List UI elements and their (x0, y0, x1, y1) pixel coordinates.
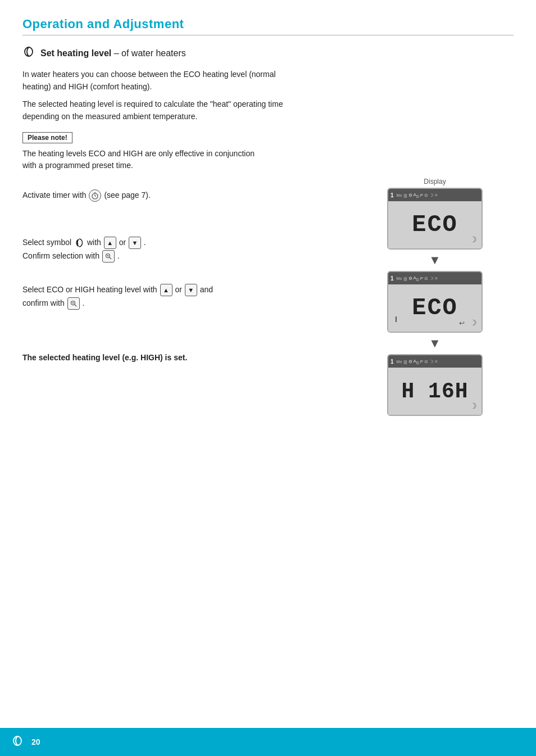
display-main-2: ECO I ↩ ☽ (388, 284, 482, 332)
bar-icon-3: ||| (403, 276, 407, 281)
up-arrow-button-2[interactable]: ▲ (160, 284, 172, 296)
bar-icon-2: ⚙ (408, 193, 412, 198)
crescent-top-icon-3: ☽ (429, 359, 433, 364)
display-top-bar-3: 1 Mo ||| ⚙ AD P ⊙ ☽ ✕ (388, 355, 482, 368)
display-back-arrow: ↩ (459, 319, 465, 327)
steps-column: Activate timer with (see page 7). Sel (22, 189, 326, 373)
display-panel-1: 1 Mo ||| ⚙ AD P ⊙ ☽ ✕ ECO ☽ (387, 188, 483, 250)
step-3: Select ECO or HIGH heating level with ▲ … (22, 283, 326, 315)
step2b-text: with (87, 238, 101, 247)
bar-icon-1: ||| (403, 193, 407, 198)
display-top-bar-2: 1 Mo ||| ⚙ AD P ⊙ ☽ ✕ (388, 272, 482, 284)
display-label: Display (424, 178, 446, 185)
crescent-icon (22, 46, 35, 61)
step3a-text: Select ECO or HIGH heating level with (22, 285, 157, 294)
circle-icon-3: ⊙ (424, 359, 428, 364)
display-text-3: H 16H (401, 379, 468, 404)
crescent-top-icon-2: ☽ (429, 276, 433, 281)
crescent-symbol-icon (74, 238, 84, 248)
page-footer: 20 (0, 728, 536, 756)
note-text: The heating levels ECO and HIGH are only… (22, 148, 264, 172)
bar-icon-6: ⚙ (408, 359, 412, 364)
step2a-text: Select symbol (22, 238, 71, 247)
heading-rest: – of water heaters (111, 48, 186, 58)
down-arrow-button-1[interactable]: ▼ (129, 237, 141, 249)
page: Operation and Adjustment Set heating lev… (0, 0, 536, 756)
page-title: Operation and Adjustment (22, 17, 184, 31)
svg-point-6 (107, 255, 108, 256)
display-crescent-1: ☽ (470, 235, 477, 244)
display-panel-3: 1 Mo ||| ⚙ AD P ⊙ ☽ ✕ H 16H ☽ (387, 354, 483, 416)
p-icon: P (420, 193, 423, 198)
heading-bold: Set heating level (40, 48, 111, 58)
set-level-icon (22, 46, 35, 58)
page-header: Operation and Adjustment (22, 17, 514, 35)
step3b-text: or (175, 285, 181, 294)
step3c-text: and (200, 285, 213, 294)
step2e-text: Confirm selection with (22, 251, 99, 260)
display-text-1: ECO (412, 211, 458, 238)
step-2: Select symbol with ▲ or ▼ . (22, 236, 326, 268)
circle-icon-2: ⊙ (424, 276, 428, 281)
step1b-text: (see page 7). (104, 191, 151, 200)
section-heading-text: Set heating level – of water heaters (40, 48, 186, 58)
step2f-text: . (117, 251, 120, 260)
display-crescent-2: ☽ (470, 318, 477, 327)
display-top-bar-1: 1 Mo ||| ⚙ AD P ⊙ ☽ ✕ (388, 189, 482, 201)
footer-page-number: 20 (31, 737, 40, 746)
display-arrow-1: ▼ (429, 252, 441, 269)
p-icon-3: P (420, 359, 423, 364)
p-icon-2: P (420, 276, 423, 281)
ad-icon-3: AD (414, 359, 419, 365)
bar-icon-4: ⚙ (408, 276, 412, 281)
step2d-text: . (144, 238, 146, 247)
display-panel-2: 1 Mo ||| ⚙ AD P ⊙ ☽ ✕ ECO I (387, 271, 483, 333)
circle-icon: ⊙ (424, 193, 428, 198)
svg-line-10 (75, 305, 76, 306)
confirm-key-icon-1[interactable] (102, 250, 115, 262)
step3d-text: confirm with (22, 298, 65, 307)
display-indicator: I (395, 315, 397, 324)
step3e-text: . (82, 298, 84, 307)
body-text-2: The selected heating level is required t… (22, 98, 292, 123)
steps-display-area: Activate timer with (see page 7). Sel (22, 189, 514, 373)
display-column: Display 1 Mo ||| ⚙ AD P ⊙ ☽ ✕ (356, 178, 514, 416)
step-1: Activate timer with (see page 7). (22, 189, 326, 220)
bar-icon-5: ||| (403, 359, 407, 364)
step1-text: Activate timer with (22, 191, 87, 200)
note-label: Please note! (22, 132, 72, 143)
ad-icon-2: AD (414, 275, 419, 282)
display-main-1: ECO ☽ (388, 201, 482, 248)
svg-point-9 (72, 302, 73, 304)
display-main-3: H 16H ☽ (388, 368, 482, 415)
step2c-text: or (119, 238, 126, 247)
up-arrow-button-1[interactable]: ▲ (104, 237, 116, 249)
timer-icon[interactable] (89, 189, 101, 202)
down-arrow-button-2[interactable]: ▼ (185, 284, 197, 296)
crescent-top-icon: ☽ (429, 193, 433, 198)
footer-crescent-icon (11, 735, 24, 750)
display-crescent-3: ☽ (470, 401, 477, 410)
section-heading: Set heating level – of water heaters (22, 46, 514, 61)
confirm-key-icon-2[interactable] (67, 297, 80, 310)
body-text-1: In water heaters you can choose between … (22, 69, 292, 93)
display-arrow-2: ▼ (429, 335, 441, 352)
final-statement: The selected heating level (e.g. HIGH) i… (22, 353, 326, 362)
display-text-2: ECO (412, 295, 458, 322)
svg-line-7 (110, 257, 111, 259)
ad-icon: AD (414, 192, 419, 198)
